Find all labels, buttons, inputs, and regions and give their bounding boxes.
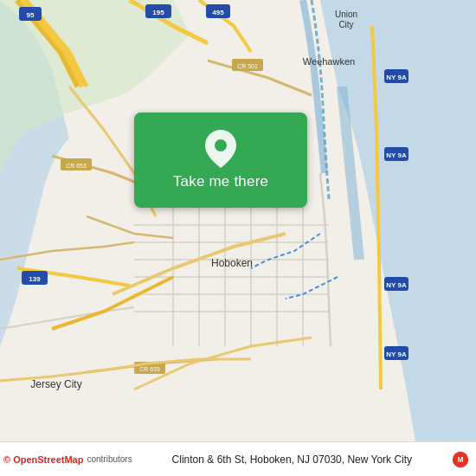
take-me-there-label: Take me there — [173, 173, 268, 190]
svg-text:Union: Union — [335, 10, 357, 19]
svg-text:Jersey City: Jersey City — [30, 378, 81, 390]
svg-text:Weehawken: Weehawken — [303, 56, 355, 67]
map-container: 95 195 495 CR 501 NY 9A NY 9A NY 9A NY 9… — [0, 0, 476, 441]
svg-text:95: 95 — [27, 11, 35, 19]
address-label: Clinton & 6th St, Hoboken, NJ 07030, New… — [172, 453, 412, 466]
moovit-logo: M — [452, 451, 469, 468]
location-pin-icon — [205, 130, 236, 168]
svg-text:195: 195 — [152, 9, 164, 16]
contributors-label: contributors — [87, 454, 132, 464]
bottom-bar: © OpenStreetMap contributors Clinton & 6… — [0, 441, 476, 476]
svg-text:CR 653: CR 653 — [66, 163, 87, 169]
openstreetmap-credit[interactable]: © OpenStreetMap — [3, 454, 83, 465]
take-me-there-button[interactable]: Take me there — [134, 113, 307, 208]
svg-point-40 — [215, 139, 227, 151]
svg-text:495: 495 — [212, 9, 224, 16]
svg-text:NY 9A: NY 9A — [386, 151, 407, 159]
svg-text:M: M — [458, 455, 464, 464]
svg-text:CR 639: CR 639 — [139, 366, 160, 372]
svg-text:NY 9A: NY 9A — [386, 281, 407, 289]
svg-text:CR 501: CR 501 — [237, 63, 258, 69]
svg-text:City: City — [338, 20, 353, 29]
moovit-icon: M — [452, 451, 469, 468]
svg-text:NY 9A: NY 9A — [386, 351, 407, 358]
svg-text:Hoboken: Hoboken — [211, 257, 253, 269]
svg-text:139: 139 — [29, 275, 41, 283]
svg-text:NY 9A: NY 9A — [386, 74, 407, 81]
map-background: 95 195 495 CR 501 NY 9A NY 9A NY 9A NY 9… — [0, 0, 476, 441]
bottom-left-info: © OpenStreetMap contributors — [3, 454, 132, 465]
